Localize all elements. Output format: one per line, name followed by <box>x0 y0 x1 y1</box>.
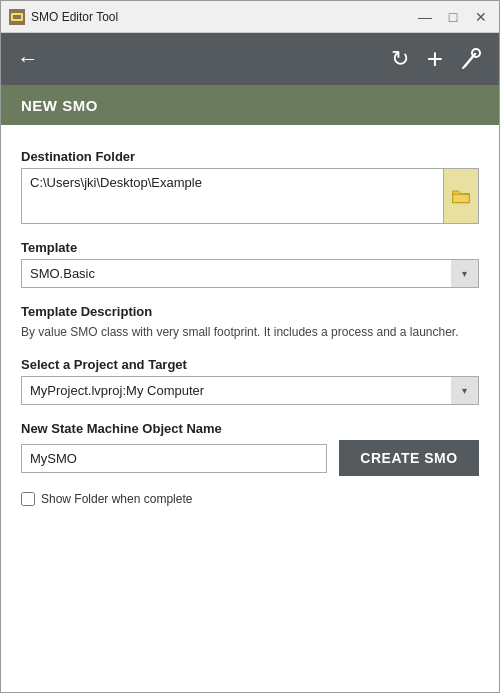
toolbar: ← ↻ + <box>1 33 499 85</box>
window-title: SMO Editor Tool <box>31 10 415 24</box>
app-icon <box>9 9 25 25</box>
smo-name-group: New State Machine Object Name CREATE SMO <box>21 421 479 476</box>
tool-icon[interactable] <box>461 48 483 70</box>
template-desc-label: Template Description <box>21 304 479 319</box>
destination-label: Destination Folder <box>21 149 479 164</box>
folder-icon <box>451 187 471 205</box>
smo-name-input[interactable] <box>21 444 327 473</box>
project-select[interactable]: MyProject.lvproj:My Computer <box>21 376 479 405</box>
maximize-button[interactable]: □ <box>443 7 463 27</box>
project-group: Select a Project and Target MyProject.lv… <box>21 357 479 405</box>
show-folder-row: Show Folder when complete <box>21 492 479 506</box>
destination-input[interactable] <box>21 168 443 224</box>
show-folder-checkbox[interactable] <box>21 492 35 506</box>
destination-row <box>21 168 479 224</box>
refresh-icon[interactable]: ↻ <box>391 48 409 70</box>
create-smo-button[interactable]: CREATE SMO <box>339 440 479 476</box>
section-header: NEW SMO <box>1 85 499 125</box>
template-label: Template <box>21 240 479 255</box>
svg-line-5 <box>463 66 465 68</box>
template-desc-text: By value SMO class with very small footp… <box>21 325 459 339</box>
show-folder-label: Show Folder when complete <box>41 492 192 506</box>
template-group: Template SMO.Basic SMO.Advanced SMO.Cust… <box>21 240 479 288</box>
smo-name-row: CREATE SMO <box>21 440 479 476</box>
close-button[interactable]: ✕ <box>471 7 491 27</box>
minimize-button[interactable]: — <box>415 7 435 27</box>
template-desc-group: Template Description By value SMO class … <box>21 304 479 341</box>
template-select[interactable]: SMO.Basic SMO.Advanced SMO.Custom <box>21 259 479 288</box>
add-icon[interactable]: + <box>427 48 443 70</box>
template-select-wrapper: SMO.Basic SMO.Advanced SMO.Custom ▾ <box>21 259 479 288</box>
window-controls: — □ ✕ <box>415 7 491 27</box>
toolbar-actions: ↻ + <box>391 48 483 70</box>
section-title: NEW SMO <box>21 97 98 114</box>
destination-group: Destination Folder <box>21 149 479 224</box>
svg-point-4 <box>472 49 480 57</box>
browse-folder-button[interactable] <box>443 168 479 224</box>
project-label: Select a Project and Target <box>21 357 479 372</box>
content-area: Destination Folder Template SMO.Basic SM… <box>1 125 499 693</box>
back-button[interactable]: ← <box>17 48 39 70</box>
svg-rect-2 <box>13 15 21 19</box>
project-select-wrapper: MyProject.lvproj:My Computer ▾ <box>21 376 479 405</box>
title-bar: SMO Editor Tool — □ ✕ <box>1 1 499 33</box>
smo-name-label: New State Machine Object Name <box>21 421 479 436</box>
